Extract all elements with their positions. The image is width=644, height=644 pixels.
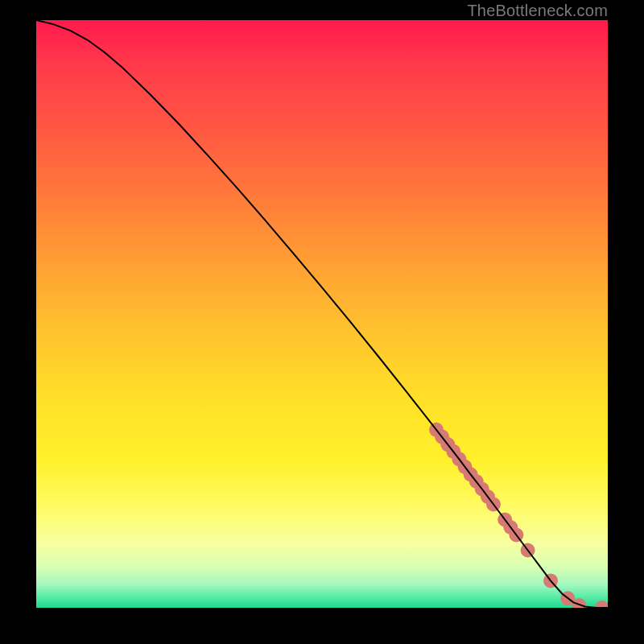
watermark-text: TheBottleneck.com	[467, 2, 608, 20]
chart-stage: TheBottleneck.com	[0, 0, 644, 644]
curve-line	[36, 20, 608, 608]
scatter-points	[429, 423, 608, 608]
chart-overlay	[36, 20, 608, 608]
plot-area	[36, 20, 608, 608]
data-point	[595, 601, 608, 608]
